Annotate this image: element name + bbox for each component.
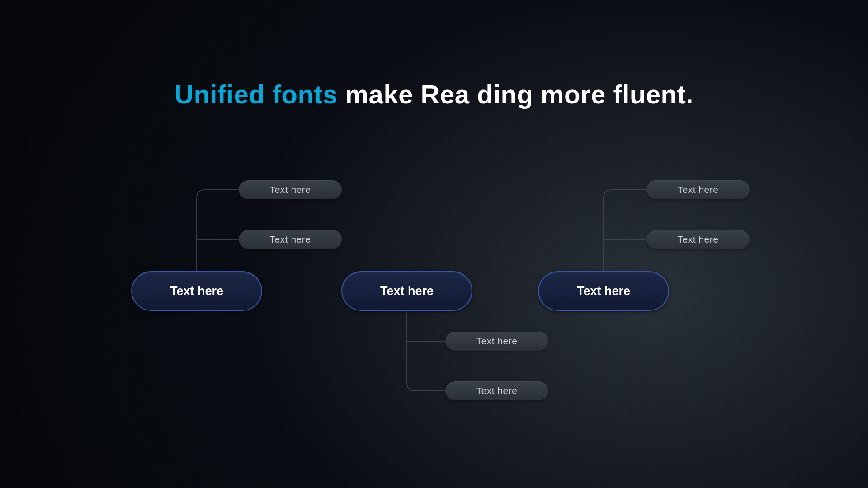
sub-node-right-2[interactable]: Text here [646, 230, 750, 249]
sub-node-left-1[interactable]: Text here [239, 180, 342, 199]
sub-node-left-1-label: Text here [270, 184, 311, 195]
sub-node-right-1[interactable]: Text here [646, 180, 750, 199]
main-node-2-label: Text here [380, 284, 434, 298]
sub-node-right-2-label: Text here [678, 234, 719, 245]
main-node-1[interactable]: Text here [131, 271, 262, 311]
main-node-3-label: Text here [577, 284, 630, 298]
sub-node-left-2-label: Text here [270, 234, 311, 245]
sub-node-center-2[interactable]: Text here [445, 381, 548, 400]
sub-node-center-1-label: Text here [476, 336, 518, 347]
title-accent: Unified fonts [175, 80, 338, 109]
title-rest: make Rea ding more fluent. [338, 80, 693, 109]
sub-node-right-1-label: Text here [678, 184, 719, 195]
main-node-3[interactable]: Text here [538, 271, 669, 311]
main-node-2[interactable]: Text here [341, 271, 472, 311]
sub-node-center-1[interactable]: Text here [445, 332, 548, 351]
sub-node-left-2[interactable]: Text here [239, 230, 342, 249]
main-node-1-label: Text here [170, 284, 223, 298]
page-title: Unified fonts make Rea ding more fluent. [0, 79, 868, 109]
sub-node-center-2-label: Text here [476, 385, 518, 396]
